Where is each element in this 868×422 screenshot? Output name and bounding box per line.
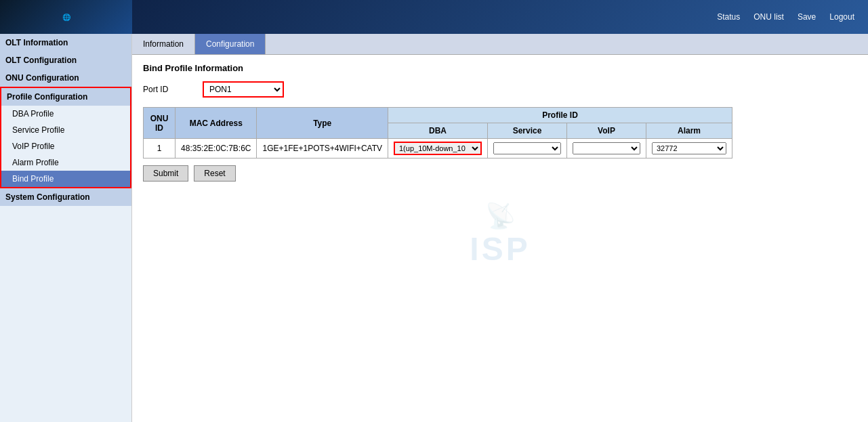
service-select[interactable] <box>493 142 561 154</box>
sidebar-item-olt-configuration[interactable]: OLT Configuration <box>0 51 131 69</box>
sub-col-dba: DBA <box>388 123 488 139</box>
sidebar-item-alarm-profile[interactable]: Alarm Profile <box>1 154 130 171</box>
cell-service[interactable] <box>488 139 567 159</box>
col-mac-address: MAC Address <box>175 108 257 139</box>
main-content: Information Configuration Bind Profile I… <box>132 34 868 422</box>
layout: OLT Information OLT Configuration ONU Co… <box>0 34 868 422</box>
page-title: Bind Profile Information <box>143 63 857 73</box>
watermark-icon: 📡 <box>143 202 857 230</box>
tab-bar: Information Configuration <box>132 34 868 55</box>
table-row: 1 48:35:2E:0C:7B:6C 1GE+1FE+1POTS+4WIFI+… <box>144 139 732 159</box>
nav-status[interactable]: Status <box>717 12 740 22</box>
dba-select[interactable]: 1(up_10M-down_10 <box>394 142 482 155</box>
port-id-label: Port ID <box>143 85 197 94</box>
voip-select[interactable] <box>573 142 640 154</box>
sub-col-voip: VoIP <box>567 123 646 139</box>
port-id-row: Port ID PON1 PON2 PON3 PON4 <box>143 81 857 98</box>
cell-onu-id: 1 <box>144 139 175 159</box>
sidebar-item-onu-configuration[interactable]: ONU Configuration <box>0 69 131 87</box>
profile-table: ONU ID MAC Address Type Profile ID DBA S… <box>143 107 732 159</box>
col-type: Type <box>257 108 388 139</box>
nav-onu-list[interactable]: ONU list <box>753 12 784 22</box>
sidebar-item-system-configuration[interactable]: System Configuration <box>0 188 131 206</box>
watermark: 📡 ISP <box>143 202 857 268</box>
cell-type: 1GE+1FE+1POTS+4WIFI+CATV <box>257 139 388 159</box>
nav-logout[interactable]: Logout <box>829 12 854 22</box>
sidebar: OLT Information OLT Configuration ONU Co… <box>0 34 132 422</box>
sidebar-item-profile-configuration[interactable]: Profile Configuration <box>1 88 130 106</box>
submit-button[interactable]: Submit <box>143 165 188 182</box>
header-nav: Status ONU list Save Logout <box>717 12 854 22</box>
profile-config-section: Profile Configuration DBA Profile Servic… <box>0 87 131 188</box>
sidebar-item-dba-profile[interactable]: DBA Profile <box>1 106 130 122</box>
cell-alarm[interactable]: 32772 <box>646 139 732 159</box>
col-profile-id: Profile ID <box>388 108 732 123</box>
sidebar-item-olt-information[interactable]: OLT Information <box>0 34 131 51</box>
cell-mac-address: 48:35:2E:0C:7B:6C <box>175 139 257 159</box>
sidebar-item-service-profile[interactable]: Service Profile <box>1 122 130 138</box>
tab-configuration[interactable]: Configuration <box>195 34 266 54</box>
content-area: Bind Profile Information Port ID PON1 PO… <box>132 55 868 276</box>
logo: 🌐 <box>0 0 132 34</box>
sidebar-item-bind-profile[interactable]: Bind Profile <box>1 171 130 187</box>
sidebar-item-voip-profile[interactable]: VoIP Profile <box>1 138 130 154</box>
reset-button[interactable]: Reset <box>194 165 235 182</box>
sub-col-service: Service <box>488 123 567 139</box>
port-id-select[interactable]: PON1 PON2 PON3 PON4 <box>203 81 284 98</box>
col-onu-id: ONU ID <box>144 108 175 139</box>
button-row: Submit Reset <box>143 165 857 182</box>
alarm-select[interactable]: 32772 <box>652 142 726 154</box>
cell-voip[interactable] <box>567 139 646 159</box>
sub-col-alarm: Alarm <box>646 123 732 139</box>
header: 🌐 Status ONU list Save Logout <box>0 0 868 34</box>
watermark-text: ISP <box>143 230 857 268</box>
tab-information[interactable]: Information <box>132 34 195 54</box>
cell-dba[interactable]: 1(up_10M-down_10 <box>388 139 488 159</box>
nav-save[interactable]: Save <box>798 12 816 22</box>
